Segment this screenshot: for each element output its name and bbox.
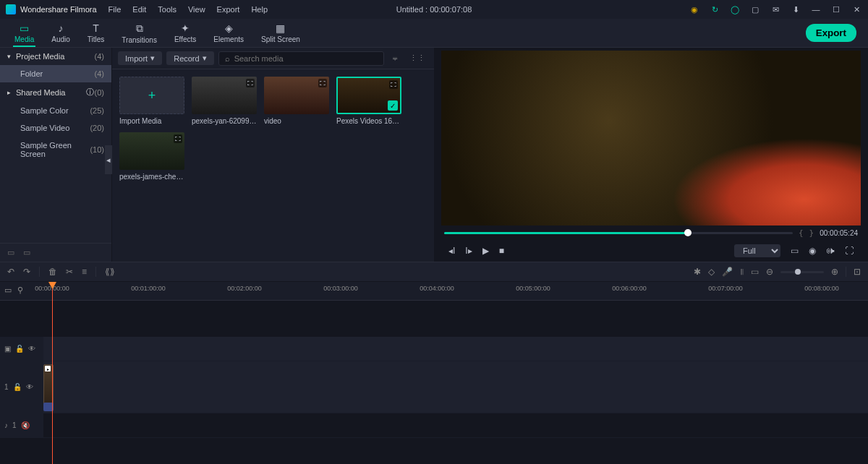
track-gap	[0, 301, 868, 337]
media-import-tile[interactable]: + Import Media	[119, 77, 184, 125]
menu-view[interactable]: View	[188, 5, 205, 14]
mute-icon[interactable]: 🔇	[21, 421, 30, 429]
expand-icon[interactable]: ⛶	[318, 79, 327, 87]
options-icon[interactable]: ≡	[82, 267, 87, 277]
sidebar-item-project-media[interactable]: ▾Project Media(4)	[0, 48, 111, 65]
save-icon[interactable]: ▢	[749, 4, 761, 15]
zoom-thumb[interactable]	[795, 269, 801, 275]
track-video[interactable]: 1 🔓 👁 ▸	[0, 361, 868, 413]
sidebar-item-sample-video[interactable]: Sample Video(20)	[0, 119, 111, 137]
tab-splitscreen[interactable]: ▦Split Screen	[252, 19, 309, 47]
menu-export[interactable]: Export	[217, 5, 240, 14]
track-toggle-icon[interactable]: ▣	[4, 345, 11, 353]
track-overlay[interactable]: ▣ 🔓 👁	[0, 337, 868, 361]
render-icon[interactable]: ✱	[694, 267, 701, 277]
lightbulb-icon[interactable]: ◉	[689, 4, 700, 15]
sidebar-collapse-handle[interactable]: ◂	[105, 145, 112, 174]
eye-icon[interactable]: 👁	[26, 383, 33, 391]
expand-icon[interactable]: ⛶	[246, 79, 255, 87]
playhead[interactable]	[52, 282, 53, 464]
track-audio[interactable]: ♪ 1 🔇	[0, 413, 868, 438]
volume-icon[interactable]: 🕪	[826, 246, 835, 256]
download-icon[interactable]: ⬇	[790, 4, 801, 15]
track-body[interactable]	[43, 337, 868, 361]
folder-open-icon[interactable]: ▭	[23, 248, 30, 257]
redo-icon[interactable]: ↷	[23, 267, 30, 277]
mixer-icon[interactable]: ⫴	[740, 267, 744, 277]
fullscreen-icon[interactable]: ⛶	[845, 246, 854, 256]
timeline: ▭ ⚲ 00:00:00:00 00:01:00:00 00:02:00:00 …	[0, 282, 868, 464]
ruler-link-icon[interactable]: ⚲	[17, 285, 23, 295]
grid-view-icon[interactable]: ⋮⋮	[407, 53, 428, 63]
account-icon[interactable]: ◯	[729, 4, 741, 15]
next-frame-icon[interactable]: I▸	[465, 246, 472, 256]
expand-icon[interactable]: ⛶	[174, 134, 182, 143]
sidebar-item-shared-media[interactable]: ▸Shared Mediaⓘ(0)	[0, 82, 111, 102]
media-item[interactable]: ⛶ pexels-yan-6209968	[192, 77, 257, 125]
sidebar-item-sample-color[interactable]: Sample Color(25)	[0, 102, 111, 119]
media-item[interactable]: ⛶ video	[264, 77, 329, 125]
delete-icon[interactable]: 🗑	[48, 267, 57, 277]
prev-frame-icon[interactable]: ◂I	[448, 246, 455, 256]
menu-edit[interactable]: Edit	[132, 5, 146, 14]
zoom-out-icon[interactable]: ⊖	[766, 267, 773, 277]
mail-icon[interactable]: ✉	[770, 4, 781, 15]
sidebar-item-sample-green[interactable]: Sample Green Screen(10)	[0, 137, 111, 163]
zoom-fit-icon[interactable]: ⊡	[854, 267, 861, 277]
track-icon[interactable]: ▭	[751, 267, 759, 277]
chevron-down-icon: ▾	[203, 53, 207, 63]
tab-titles[interactable]: TTitles	[79, 19, 114, 47]
scrub-track[interactable]	[444, 232, 793, 234]
eye-icon[interactable]: 👁	[28, 345, 35, 353]
maximize-icon[interactable]: ☐	[830, 4, 842, 15]
snapshot-icon[interactable]: ◉	[809, 246, 816, 256]
menu-tools[interactable]: Tools	[158, 5, 176, 14]
refresh-icon[interactable]: ↻	[709, 4, 720, 15]
split-icon[interactable]: ✂	[66, 267, 73, 277]
voiceover-icon[interactable]: 🎤	[722, 267, 733, 277]
preview-video[interactable]	[441, 51, 861, 225]
mark-in-icon[interactable]: {	[799, 228, 804, 238]
tab-transitions[interactable]: ⧉Transitions	[113, 19, 166, 47]
sidebar-item-folder[interactable]: Folder(4)	[0, 65, 111, 82]
undo-icon[interactable]: ↶	[7, 267, 14, 277]
edit-tools-icon[interactable]: ⟪⟫	[105, 267, 115, 277]
tab-effects[interactable]: ✦Effects	[166, 19, 205, 47]
media-item[interactable]: ⛶ pexels-james-cheney-...	[119, 132, 184, 181]
zoom-slider[interactable]	[780, 271, 824, 273]
play-icon[interactable]: ▶	[482, 246, 489, 256]
effects-icon: ✦	[181, 22, 190, 34]
export-button[interactable]: Export	[806, 24, 856, 42]
close-icon[interactable]: ✕	[851, 4, 862, 15]
quality-select[interactable]: Full	[734, 244, 780, 257]
scrub-thumb[interactable]	[684, 229, 692, 236]
track-number: 1	[12, 421, 17, 429]
minimize-icon[interactable]: —	[810, 4, 822, 15]
lock-icon[interactable]: 🔓	[15, 345, 24, 353]
track-body[interactable]	[43, 413, 868, 437]
tab-elements[interactable]: ◈Elements	[205, 19, 252, 47]
media-item[interactable]: ⛶✓ Pexels Videos 1672805	[336, 77, 401, 125]
info-icon[interactable]: ⓘ	[86, 87, 95, 98]
expand-icon[interactable]: ⛶	[389, 80, 398, 89]
filter-icon[interactable]: ⫧	[388, 54, 402, 63]
document-title: Untitled : 00:00:07:08	[396, 5, 472, 14]
lock-icon[interactable]: 🔓	[13, 383, 22, 391]
ruler-lock-icon[interactable]: ▭	[4, 285, 12, 295]
menu-file[interactable]: File	[109, 5, 122, 14]
display-icon[interactable]: ▭	[791, 246, 799, 256]
import-button[interactable]: Import▾	[118, 51, 162, 65]
track-body[interactable]: ▸	[43, 361, 868, 413]
marker-icon[interactable]: ◇	[708, 267, 715, 277]
search-input[interactable]	[234, 54, 378, 63]
new-folder-icon[interactable]: ▭	[7, 248, 14, 257]
menu-help[interactable]: Help	[251, 5, 268, 14]
tab-audio[interactable]: ♪Audio	[43, 19, 79, 47]
search-box[interactable]: ⌕	[218, 51, 384, 66]
zoom-in-icon[interactable]: ⊕	[831, 267, 838, 277]
timeline-ruler[interactable]: ▭ ⚲ 00:00:00:00 00:01:00:00 00:02:00:00 …	[0, 282, 868, 301]
stop-icon[interactable]: ■	[499, 246, 504, 256]
mark-out-icon[interactable]: }	[809, 228, 814, 238]
tab-media[interactable]: ▭Media	[6, 19, 43, 47]
record-button[interactable]: Record▾	[166, 51, 213, 65]
